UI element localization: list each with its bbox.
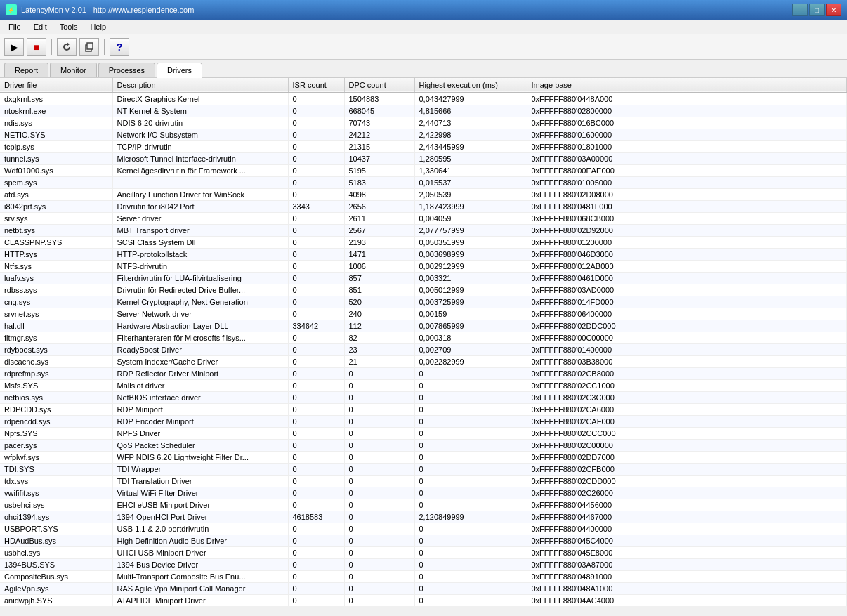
cell-2: 0 [288, 141, 344, 153]
cell-5: 0xFFFFF880'00C00000 [527, 332, 847, 344]
table-row[interactable]: i8042prt.sysDrivrutin för i8042 Port3343… [0, 201, 847, 213]
table-row[interactable]: tcpip.sysTCP/IP-drivrutin0213152,4434459… [0, 141, 847, 153]
cell-0: CompositeBus.sys [0, 571, 112, 583]
table-row[interactable]: wfplwf.sysWFP NDIS 6.20 Lightweight Filt… [0, 452, 847, 464]
copy-button[interactable] [79, 38, 99, 56]
tab-processes[interactable]: Processes [98, 63, 155, 77]
table-row[interactable]: dxgkrnl.sysDirectX Graphics Kernel015048… [0, 93, 847, 105]
main-content: Driver file Description ISR count DPC co… [0, 78, 847, 606]
refresh-button[interactable] [57, 38, 77, 56]
table-row[interactable]: TDI.SYSTDI Wrapper0000xFFFFF880'02CFB000 [0, 464, 847, 476]
play-button[interactable]: ▶ [4, 38, 24, 56]
table-row[interactable]: rdpencdd.sysRDP Encoder Miniport0000xFFF… [0, 416, 847, 428]
cell-2: 0 [288, 428, 344, 440]
app-icon: ⚡ [6, 4, 17, 15]
menu-help[interactable]: Help [84, 21, 112, 32]
menu-tools[interactable]: Tools [54, 21, 84, 32]
col-header-description[interactable]: Description [112, 78, 288, 93]
cell-3: 0 [344, 452, 414, 464]
table-row[interactable]: AgileVpn.sysRAS Agile Vpn Miniport Call … [0, 583, 847, 595]
menu-file[interactable]: File [3, 21, 27, 32]
table-row[interactable]: pacer.sysQoS Packet Scheduler0000xFFFFF8… [0, 440, 847, 452]
cell-3: 82 [344, 332, 414, 344]
stop-button[interactable]: ■ [27, 38, 46, 56]
table-row[interactable]: fltmgr.sysFilterhanteraren för Microsoft… [0, 332, 847, 344]
table-row[interactable]: rdprefmp.sysRDP Reflector Driver Minipor… [0, 368, 847, 380]
cell-2: 0 [288, 487, 344, 499]
table-row[interactable]: Npfs.SYSNPFS Driver0000xFFFFF880'02CCC00… [0, 428, 847, 440]
table-row[interactable]: rdyboost.sysReadyBoost Driver0230,002709… [0, 344, 847, 356]
tab-monitor[interactable]: Monitor [50, 63, 97, 77]
table-row[interactable]: Wdf01000.sysKernellägesdirvrutin för Fra… [0, 165, 847, 177]
cell-2: 0 [288, 440, 344, 452]
copy-icon [84, 41, 95, 53]
cell-3: 520 [344, 296, 414, 308]
col-header-isr[interactable]: ISR count [288, 78, 344, 93]
help-button[interactable]: ? [110, 38, 129, 56]
cell-1: Virtual WiFi Filter Driver [112, 487, 288, 499]
cell-4: 0 [414, 571, 527, 583]
col-header-image[interactable]: Image base [527, 78, 847, 93]
cell-1: Kernellägesdirvrutin för Framework ... [112, 165, 288, 177]
cell-5: 0xFFFFF880'03A87000 [527, 559, 847, 571]
cell-2: 0 [288, 476, 344, 487]
col-header-highest[interactable]: Highest execution (ms) [414, 78, 527, 93]
cell-1 [112, 177, 288, 189]
cell-5: 0xFFFFF880'02DDC000 [527, 320, 847, 332]
tab-drivers[interactable]: Drivers [157, 63, 202, 78]
table-row[interactable]: HDAudBus.sysHigh Definition Audio Bus Dr… [0, 535, 847, 547]
cell-2: 0 [288, 535, 344, 547]
cell-5: 0xFFFFF880'02CAF000 [527, 416, 847, 428]
table-row[interactable]: usbhci.sysUHCI USB Miniport Driver0000xF… [0, 547, 847, 559]
cell-1: RDP Encoder Miniport [112, 416, 288, 428]
table-row[interactable]: discache.sysSystem Indexer/Cache Driver0… [0, 356, 847, 368]
cell-4: 0 [414, 416, 527, 428]
table-row[interactable]: ntoskrnl.exeNT Kernel & System06680454,8… [0, 105, 847, 117]
cell-4: 1,330641 [414, 165, 527, 177]
drivers-table-container[interactable]: Driver file Description ISR count DPC co… [0, 78, 847, 606]
cell-2: 0 [288, 177, 344, 189]
cell-3: 0 [344, 368, 414, 380]
table-row[interactable]: hal.dllHardware Abstraction Layer DLL334… [0, 320, 847, 332]
table-row[interactable]: srvnet.sysServer Network driver02400,001… [0, 308, 847, 320]
table-row[interactable]: vwififit.sysVirtual WiFi Filter Driver00… [0, 487, 847, 499]
table-row[interactable]: usbehci.sysEHCI eUSB Miniport Driver0000… [0, 499, 847, 511]
cell-5: 0xFFFFF880'02C00000 [527, 440, 847, 452]
table-row[interactable]: netbios.sysNetBIOS interface driver0000x… [0, 392, 847, 404]
table-row[interactable]: ndis.sysNDIS 6.20-drivrutin0707432,44071… [0, 117, 847, 129]
table-row[interactable]: anidwpjh.SYSATAPI IDE Miniport Driver000… [0, 595, 847, 607]
table-row[interactable]: tunnel.sysMicrosoft Tunnel Interface-dri… [0, 153, 847, 165]
table-row[interactable]: netbt.sysMBT Transport driver025672,0777… [0, 225, 847, 237]
cell-2: 0 [288, 571, 344, 583]
table-row[interactable]: Msfs.SYSMailslot driver0000xFFFFF880'02C… [0, 380, 847, 392]
tab-report[interactable]: Report [4, 63, 48, 77]
cell-0: afd.sys [0, 189, 112, 201]
col-header-driver[interactable]: Driver file [0, 78, 112, 93]
cell-1: Drivrutin för i8042 Port [112, 201, 288, 213]
table-row[interactable]: cng.sysKernel Cryptography, Next Generat… [0, 296, 847, 308]
table-row[interactable]: afd.sysAncillary Function Driver for Win… [0, 189, 847, 201]
col-header-dpc[interactable]: DPC count [344, 78, 414, 93]
table-row[interactable]: CompositeBus.sysMulti-Transport Composit… [0, 571, 847, 583]
close-button[interactable]: ✕ [826, 4, 841, 16]
table-row[interactable]: srv.sysServer driver026110,0040590xFFFFF… [0, 213, 847, 225]
table-row[interactable]: CLASSPNP.SYSSCSI Class System Dll021930,… [0, 237, 847, 249]
table-row[interactable]: Ntfs.sysNTFS-drivrutin010060,0029129990x… [0, 261, 847, 273]
table-row[interactable]: USBPORT.SYSUSB 1.1 & 2.0 portdrivrutin00… [0, 523, 847, 535]
maximize-button[interactable]: □ [809, 4, 825, 16]
table-row[interactable]: tdx.sysTDI Translation Driver0000xFFFFF8… [0, 476, 847, 487]
table-row[interactable]: rdbss.sysDrivrutin för Redirected Drive … [0, 284, 847, 296]
table-row[interactable]: 1394BUS.SYS1394 Bus Device Driver0000xFF… [0, 559, 847, 571]
table-row[interactable]: HTTP.sysHTTP-protokollstack014710,003698… [0, 249, 847, 261]
menu-edit[interactable]: Edit [28, 21, 53, 32]
table-row[interactable]: NETIO.SYSNetwork I/O Subsystem0242122,42… [0, 129, 847, 141]
minimize-button[interactable]: — [792, 4, 808, 16]
cell-2: 0 [288, 308, 344, 320]
cell-5: 0xFFFFF880'016BC000 [527, 117, 847, 129]
cell-4: 0 [414, 368, 527, 380]
cell-5: 0xFFFFF880'02CA6000 [527, 404, 847, 416]
table-row[interactable]: ohci1394.sys1394 OpenHCI Port Driver4618… [0, 511, 847, 523]
table-row[interactable]: luafv.sysFilterdrivrutin för LUA-filvirt… [0, 273, 847, 284]
table-row[interactable]: spem.sys051830,0155370xFFFFF880'01005000 [0, 177, 847, 189]
table-row[interactable]: RDPCDD.sysRDP Miniport0000xFFFFF880'02CA… [0, 404, 847, 416]
